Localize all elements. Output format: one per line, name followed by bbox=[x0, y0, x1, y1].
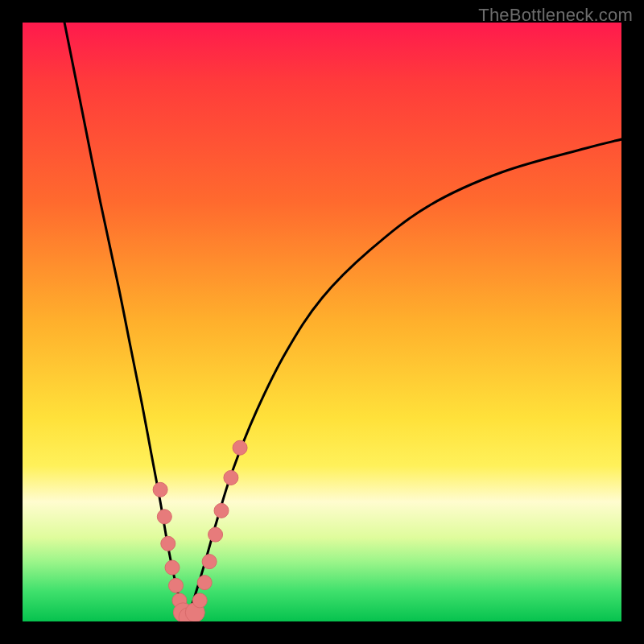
data-marker bbox=[202, 555, 217, 569]
data-marker bbox=[192, 593, 207, 608]
watermark-text: TheBottleneck.com bbox=[478, 5, 633, 26]
data-marker bbox=[214, 503, 229, 518]
curve-left-branch bbox=[64, 23, 185, 618]
data-marker bbox=[157, 510, 171, 524]
data-marker bbox=[153, 482, 167, 497]
data-marker bbox=[197, 576, 212, 590]
data-marker bbox=[224, 470, 238, 485]
data-marker bbox=[165, 560, 180, 575]
data-marker bbox=[208, 527, 223, 542]
data-marker bbox=[168, 578, 183, 592]
chart-plot-area bbox=[23, 23, 621, 621]
bottleneck-curve-chart bbox=[23, 23, 621, 621]
data-marker bbox=[161, 536, 175, 551]
curve-right-branch bbox=[185, 139, 621, 618]
data-marker bbox=[233, 440, 247, 455]
